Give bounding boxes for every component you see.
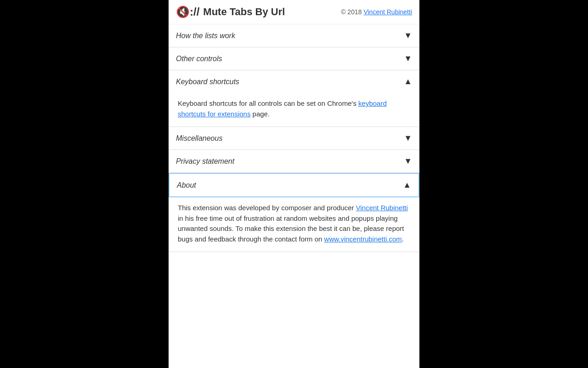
about-text-prefix: This extension was developed by composer… <box>178 204 356 212</box>
accordion-label-about: About <box>177 181 196 190</box>
accordion-miscellaneous: Miscellaneous ▼ <box>169 127 419 150</box>
accordion-header-privacy-statement[interactable]: Privacy statement ▼ <box>169 150 419 172</box>
page-container: 🔇:// Mute Tabs By Url © 2018 Vincent Rub… <box>169 0 419 368</box>
accordion-how-lists: How the lists work ▼ <box>169 24 419 47</box>
vincent-rubinetti-link[interactable]: Vincent Rubinetti <box>356 204 408 212</box>
author-link[interactable]: Vincent Rubinetti <box>363 8 412 16</box>
accordion-label-miscellaneous: Miscellaneous <box>176 134 222 143</box>
chevron-down-icon-4: ▼ <box>404 156 412 166</box>
accordion-privacy-statement: Privacy statement ▼ <box>169 150 419 173</box>
accordion-content-about: This extension was developed by composer… <box>169 197 419 252</box>
website-link[interactable]: www.vincentrubinetti.com <box>324 235 402 243</box>
accordion-header-miscellaneous[interactable]: Miscellaneous ▼ <box>169 127 419 150</box>
accordion-label-keyboard-shortcuts: Keyboard shortcuts <box>176 78 239 86</box>
copyright: © 2018 Vincent Rubinetti <box>341 8 412 16</box>
chevron-up-icon-2: ▲ <box>403 180 411 190</box>
chevron-up-icon: ▲ <box>404 77 412 86</box>
header: 🔇:// Mute Tabs By Url © 2018 Vincent Rub… <box>169 0 419 24</box>
keyboard-shortcuts-text-suffix: page. <box>250 110 270 118</box>
keyboard-shortcuts-text-prefix: Keyboard shortcuts for all controls can … <box>178 99 358 107</box>
accordion-header-keyboard-shortcuts[interactable]: Keyboard shortcuts ▲ <box>169 70 419 93</box>
accordion-other-controls: Other controls ▼ <box>169 47 419 70</box>
accordion-label-other-controls: Other controls <box>176 55 222 63</box>
chevron-down-icon: ▼ <box>404 31 412 40</box>
accordion-header-how-lists[interactable]: How the lists work ▼ <box>169 24 419 47</box>
accordion-header-other-controls[interactable]: Other controls ▼ <box>169 47 419 70</box>
header-left: 🔇:// Mute Tabs By Url <box>176 6 285 18</box>
accordion-label-privacy-statement: Privacy statement <box>176 157 234 166</box>
accordion-header-about[interactable]: About ▲ <box>169 173 419 197</box>
app-title: Mute Tabs By Url <box>203 6 285 18</box>
about-text-suffix: . <box>402 235 404 243</box>
chevron-down-icon-2: ▼ <box>404 54 412 63</box>
accordion-about: About ▲ This extension was developed by … <box>169 173 419 252</box>
accordion-label-how-lists: How the lists work <box>176 32 235 40</box>
mute-icon: 🔇:// <box>176 6 199 18</box>
copyright-text: © 2018 <box>341 8 362 16</box>
accordion-content-keyboard-shortcuts: Keyboard shortcuts for all controls can … <box>169 93 419 126</box>
chevron-down-icon-3: ▼ <box>404 133 412 143</box>
accordion-keyboard-shortcuts: Keyboard shortcuts ▲ Keyboard shortcuts … <box>169 70 419 127</box>
